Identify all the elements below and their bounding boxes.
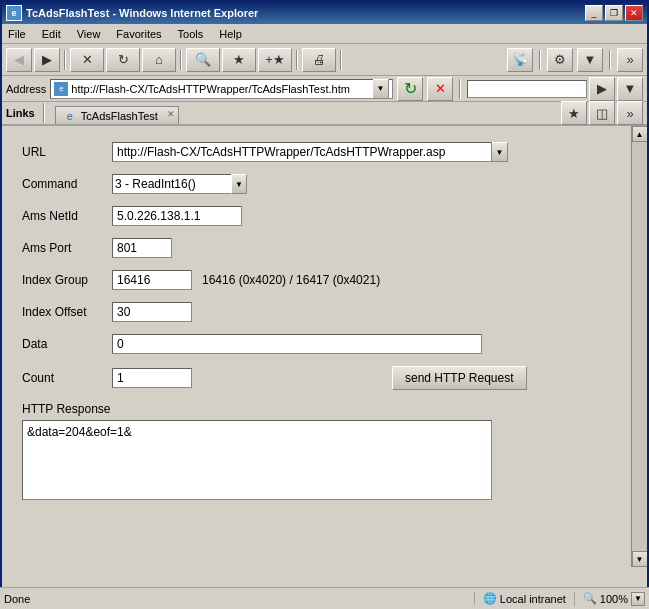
command-select[interactable]: 1 - ReadBit() 2 - ReadInt8() 3 - ReadInt… <box>112 174 247 194</box>
data-label: Data <box>22 337 112 351</box>
links-toolbar: Links e TcAdsFlashTest ✕ ★ ◫ » <box>2 102 647 126</box>
index-group-hint: 16416 (0x4020) / 16417 (0x4021) <box>202 273 380 287</box>
close-button[interactable]: ✕ <box>625 5 643 21</box>
separator-1 <box>64 50 66 70</box>
sep-search <box>459 79 461 99</box>
sep-links <box>43 103 45 123</box>
stop-button[interactable]: ✕ <box>70 48 104 72</box>
zone-section: 🌐 Local intranet <box>474 592 566 605</box>
index-offset-input[interactable] <box>112 302 192 322</box>
zone-icon: 🌐 <box>483 592 497 605</box>
zone-text: Local intranet <box>500 593 566 605</box>
count-input[interactable] <box>112 368 192 388</box>
separator-6 <box>609 50 611 70</box>
back-button[interactable]: ◀ <box>6 48 32 72</box>
stop-address-button[interactable]: ✕ <box>427 77 453 101</box>
refresh-address-button[interactable]: ↻ <box>397 77 423 101</box>
zoom-icon: 🔍 <box>583 592 597 605</box>
data-row: Data <box>22 334 611 354</box>
command-row: Command 1 - ReadBit() 2 - ReadInt8() 3 -… <box>22 174 611 194</box>
address-label: Address <box>6 83 46 95</box>
url-label: URL <box>22 145 112 159</box>
command-label: Command <box>22 177 112 191</box>
status-bar: Done 🌐 Local intranet 🔍 100% ▼ <box>0 587 649 609</box>
tab-close-button[interactable]: ✕ <box>167 109 175 119</box>
menu-bar: File Edit View Favorites Tools Help <box>2 24 647 44</box>
refresh-button[interactable]: ↻ <box>106 48 140 72</box>
menu-tools[interactable]: Tools <box>174 26 208 42</box>
menu-help[interactable]: Help <box>215 26 246 42</box>
tab-tcadsflashtest[interactable]: e TcAdsFlashTest ✕ <box>55 106 179 124</box>
ams-netid-row: Ams NetId <box>22 206 611 226</box>
data-input[interactable] <box>112 334 482 354</box>
index-offset-label: Index Offset <box>22 305 112 319</box>
ams-netid-input[interactable] <box>112 206 242 226</box>
zoom-dropdown-button[interactable]: ▼ <box>631 592 645 606</box>
menu-favorites[interactable]: Favorites <box>112 26 165 42</box>
ams-port-label: Ams Port <box>22 241 112 255</box>
home-button[interactable]: ⌂ <box>142 48 176 72</box>
window-title: TcAdsFlashTest - Windows Internet Explor… <box>26 7 258 19</box>
print-button[interactable]: 🖨 <box>302 48 336 72</box>
send-http-request-button[interactable]: send HTTP Request <box>392 366 527 390</box>
nav-rss-icon[interactable]: ◫ <box>589 101 615 125</box>
scrollbar: ▲ ▼ <box>631 126 647 567</box>
nav-more-icon[interactable]: » <box>617 101 643 125</box>
separator-4 <box>340 50 342 70</box>
links-label: Links <box>6 107 35 119</box>
count-row: Count send HTTP Request <box>22 366 611 390</box>
url-input[interactable] <box>112 142 492 162</box>
title-bar: e TcAdsFlashTest - Windows Internet Expl… <box>2 2 647 24</box>
settings-button[interactable]: ⚙ <box>547 48 573 72</box>
index-group-row: Index Group 16416 (0x4020) / 16417 (0x40… <box>22 270 611 290</box>
menu-view[interactable]: View <box>73 26 105 42</box>
http-response-textarea[interactable]: &data=204&eof=1& <box>22 420 492 500</box>
search-input[interactable] <box>467 80 587 98</box>
menu-file[interactable]: File <box>4 26 30 42</box>
nav-toolbar: ◀ ▶ ✕ ↻ ⌂ 🔍 ★ +★ 🖨 📡 ⚙ ▼ » <box>2 44 647 76</box>
count-label: Count <box>22 371 112 385</box>
http-response-section: HTTP Response &data=204&eof=1& <box>22 402 611 503</box>
http-response-label: HTTP Response <box>22 402 611 416</box>
search-dropdown-button[interactable]: ▼ <box>617 77 643 101</box>
scroll-down-button[interactable]: ▼ <box>632 551 648 567</box>
nav-favorites-icon[interactable]: ★ <box>561 101 587 125</box>
page-favicon: e <box>54 82 68 96</box>
address-text[interactable]: http://Flash-CX/TcAdsHTTPWrapper/TcAdsFl… <box>71 83 373 95</box>
index-group-label: Index Group <box>22 273 112 287</box>
app-icon: e <box>6 5 22 21</box>
command-select-wrap: 1 - ReadBit() 2 - ReadInt8() 3 - ReadInt… <box>112 174 247 194</box>
separator-2 <box>180 50 182 70</box>
address-bar: Address e http://Flash-CX/TcAdsHTTPWrapp… <box>2 76 647 102</box>
url-dropdown-button[interactable]: ▼ <box>492 142 508 162</box>
favorites-button[interactable]: ★ <box>222 48 256 72</box>
ams-port-input[interactable] <box>112 238 172 258</box>
zoom-text: 100% <box>600 593 628 605</box>
form-container: URL ▼ Command 1 - ReadBit() 2 - ReadInt8… <box>2 126 631 567</box>
restore-button[interactable]: ❐ <box>605 5 623 21</box>
add-favorites-button[interactable]: +★ <box>258 48 292 72</box>
separator-3 <box>296 50 298 70</box>
zoom-section[interactable]: 🔍 100% ▼ <box>574 592 645 606</box>
content-wrapper: URL ▼ Command 1 - ReadBit() 2 - ReadInt8… <box>2 126 647 567</box>
status-text: Done <box>4 593 474 605</box>
tab-label: TcAdsFlashTest <box>81 110 158 122</box>
scroll-up-button[interactable]: ▲ <box>632 126 648 142</box>
menu-edit[interactable]: Edit <box>38 26 65 42</box>
minimize-button[interactable]: _ <box>585 5 603 21</box>
settings-arrow-button[interactable]: ▼ <box>577 48 603 72</box>
rss-button[interactable]: 📡 <box>507 48 533 72</box>
address-dropdown-button[interactable]: ▼ <box>373 79 389 99</box>
scroll-track[interactable] <box>632 142 647 551</box>
tab-area: e TcAdsFlashTest ✕ <box>51 102 183 124</box>
index-offset-row: Index Offset <box>22 302 611 322</box>
tab-icon: e <box>62 108 78 124</box>
more-tools-button[interactable]: » <box>617 48 643 72</box>
ams-port-row: Ams Port <box>22 238 611 258</box>
ams-netid-label: Ams NetId <box>22 209 112 223</box>
url-row: URL ▼ <box>22 142 611 162</box>
search-go-button[interactable]: ▶ <box>589 77 615 101</box>
forward-button[interactable]: ▶ <box>34 48 60 72</box>
search-toolbar-button[interactable]: 🔍 <box>186 48 220 72</box>
index-group-input[interactable] <box>112 270 192 290</box>
